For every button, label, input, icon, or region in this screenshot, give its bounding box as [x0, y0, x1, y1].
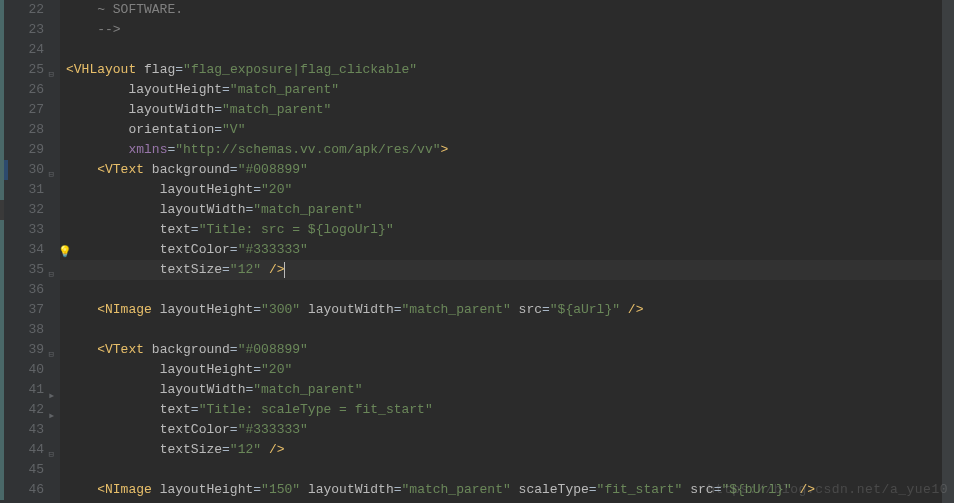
- fold-close-icon[interactable]: ⊟: [45, 265, 54, 274]
- code-token: "#008899": [238, 162, 308, 177]
- code-token: =: [394, 482, 402, 497]
- line-number[interactable]: 29: [0, 140, 44, 160]
- code-token: layoutWidth: [308, 482, 394, 497]
- line-number[interactable]: 25⊟: [0, 60, 44, 80]
- code-editor[interactable]: 22232425⊟2627282930⊟31323334💡35⊟36373839…: [0, 0, 954, 503]
- code-line[interactable]: layoutWidth="match_parent": [60, 100, 954, 120]
- code-line[interactable]: <NImage layoutHeight="300" layoutWidth="…: [60, 300, 954, 320]
- code-token: <: [66, 302, 105, 317]
- code-line[interactable]: text="Title: scaleType = fit_start": [60, 400, 954, 420]
- code-line[interactable]: <VHLayout flag="flag_exposure|flag_click…: [60, 60, 954, 80]
- line-number[interactable]: 22: [0, 0, 44, 20]
- code-area[interactable]: ~ SOFTWARE. --><VHLayout flag="flag_expo…: [60, 0, 954, 503]
- code-token: [66, 382, 160, 397]
- code-token: "#333333": [238, 242, 308, 257]
- code-line[interactable]: [60, 40, 954, 60]
- line-number[interactable]: 31: [0, 180, 44, 200]
- code-token: textColor: [160, 242, 230, 257]
- line-number[interactable]: 33: [0, 220, 44, 240]
- code-token: [66, 242, 160, 257]
- line-number[interactable]: 42▶: [0, 400, 44, 420]
- code-token: [152, 302, 160, 317]
- line-number[interactable]: 43: [0, 420, 44, 440]
- code-token: [511, 482, 519, 497]
- line-number[interactable]: 27: [0, 100, 44, 120]
- line-number[interactable]: 41▶: [0, 380, 44, 400]
- line-number[interactable]: 35⊟: [0, 260, 44, 280]
- code-token: VText: [105, 342, 144, 357]
- fold-open-icon[interactable]: ⊟: [45, 65, 54, 74]
- code-token: "V": [222, 122, 245, 137]
- code-line[interactable]: text="Title: src = ${logoUrl}": [60, 220, 954, 240]
- fold-close-icon[interactable]: ⊟: [45, 445, 54, 454]
- line-number[interactable]: 32: [0, 200, 44, 220]
- line-number[interactable]: 38: [0, 320, 44, 340]
- code-token: =: [222, 262, 230, 277]
- code-line[interactable]: [60, 280, 954, 300]
- code-line[interactable]: orientation="V": [60, 120, 954, 140]
- code-line[interactable]: textSize="12" />: [60, 260, 954, 280]
- change-marker: [0, 240, 4, 260]
- line-number[interactable]: 40: [0, 360, 44, 380]
- line-number[interactable]: 46: [0, 480, 44, 500]
- change-marker: [0, 480, 4, 500]
- code-token: [144, 342, 152, 357]
- code-token: [66, 122, 128, 137]
- code-line[interactable]: <VText background="#008899": [60, 340, 954, 360]
- code-token: "300": [261, 302, 300, 317]
- code-line[interactable]: textSize="12" />: [60, 440, 954, 460]
- code-token: layoutHeight: [160, 362, 254, 377]
- code-line[interactable]: layoutWidth="match_parent": [60, 380, 954, 400]
- bookmark-arrow-icon[interactable]: ▶: [49, 386, 54, 406]
- change-marker: [0, 20, 4, 40]
- code-token: scaleType: [519, 482, 589, 497]
- line-number[interactable]: 39⊟: [0, 340, 44, 360]
- code-token: <: [66, 342, 105, 357]
- code-line[interactable]: <VText background="#008899": [60, 160, 954, 180]
- code-line[interactable]: layoutHeight="20": [60, 180, 954, 200]
- code-token: layoutWidth: [160, 382, 246, 397]
- code-token: =: [253, 362, 261, 377]
- fold-open-icon[interactable]: ⊟: [45, 165, 54, 174]
- code-line[interactable]: xmlns="http://schemas.vv.com/apk/res/vv"…: [60, 140, 954, 160]
- line-number[interactable]: 37: [0, 300, 44, 320]
- line-number[interactable]: 28: [0, 120, 44, 140]
- code-token: "Title: src = ${logoUrl}": [199, 222, 394, 237]
- code-token: <: [66, 62, 74, 77]
- line-number[interactable]: 44⊟: [0, 440, 44, 460]
- code-token: "match_parent": [402, 302, 511, 317]
- line-number[interactable]: 30⊟: [0, 160, 44, 180]
- line-number-gutter[interactable]: 22232425⊟2627282930⊟31323334💡35⊟36373839…: [0, 0, 60, 503]
- code-token: "20": [261, 362, 292, 377]
- code-line[interactable]: -->: [60, 20, 954, 40]
- code-token: "Title: scaleType = fit_start": [199, 402, 433, 417]
- change-marker: [0, 320, 4, 340]
- code-line[interactable]: textColor="#333333": [60, 240, 954, 260]
- fold-open-icon[interactable]: ⊟: [45, 345, 54, 354]
- code-token: textSize: [160, 442, 222, 457]
- code-token: [66, 422, 160, 437]
- code-line[interactable]: textColor="#333333": [60, 420, 954, 440]
- code-line[interactable]: layoutHeight="20": [60, 360, 954, 380]
- code-line[interactable]: [60, 460, 954, 480]
- code-line[interactable]: layoutWidth="match_parent": [60, 200, 954, 220]
- line-number[interactable]: 24: [0, 40, 44, 60]
- line-number[interactable]: 45: [0, 460, 44, 480]
- line-number[interactable]: 23: [0, 20, 44, 40]
- line-number[interactable]: 34💡: [0, 240, 44, 260]
- line-number[interactable]: 36: [0, 280, 44, 300]
- code-token: layoutHeight: [128, 82, 222, 97]
- code-token: [144, 162, 152, 177]
- code-token: "20": [261, 182, 292, 197]
- code-token: "#333333": [238, 422, 308, 437]
- change-marker: [0, 0, 4, 20]
- code-line[interactable]: [60, 320, 954, 340]
- vertical-scrollbar[interactable]: [942, 0, 954, 503]
- code-token: flag: [144, 62, 175, 77]
- code-token: =: [191, 402, 199, 417]
- bookmark-arrow-icon[interactable]: ▶: [49, 406, 54, 426]
- change-marker: [0, 60, 4, 80]
- code-line[interactable]: layoutHeight="match_parent": [60, 80, 954, 100]
- line-number[interactable]: 26: [0, 80, 44, 100]
- code-line[interactable]: ~ SOFTWARE.: [60, 0, 954, 20]
